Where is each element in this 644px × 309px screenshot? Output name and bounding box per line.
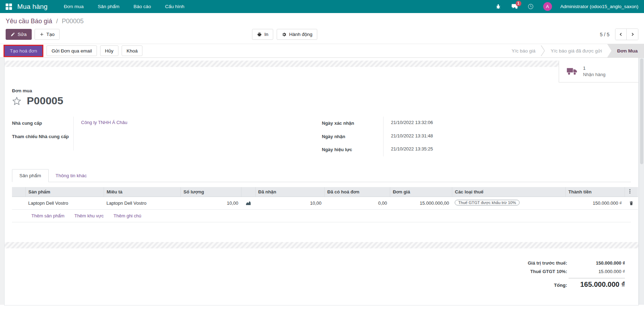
- cell-billed[interactable]: 0,00: [324, 197, 390, 209]
- document-type-label: Đơn mua: [12, 88, 631, 93]
- activities-clock-icon[interactable]: [527, 3, 535, 11]
- receipts-smart-button[interactable]: 1 Nhận hàng: [559, 61, 638, 82]
- breadcrumb-parent[interactable]: Yêu cầu Báo giá: [6, 18, 52, 25]
- total-value: 165.000.000 ₫: [567, 280, 625, 289]
- app-brand[interactable]: Mua hàng: [17, 3, 48, 11]
- pager-previous-button[interactable]: [615, 29, 627, 40]
- truck-icon: [567, 68, 577, 75]
- totals-divider: [569, 278, 625, 278]
- col-unit-price[interactable]: Đơn giá: [390, 187, 452, 197]
- print-button[interactable]: In: [252, 29, 273, 40]
- sheet-top-stripe: [5, 61, 559, 67]
- col-billed[interactable]: Đã có hoá đơn: [324, 187, 390, 197]
- col-forecast: [241, 187, 255, 197]
- receipts-count: 1: [583, 65, 606, 72]
- notebook-tabs: Sản phẩm Thông tin khác: [12, 168, 631, 182]
- confirmation-date-value: 21/10/2022 13:32:06: [383, 117, 443, 130]
- favorite-star-icon[interactable]: [12, 96, 22, 106]
- create-button[interactable]: Tạo: [35, 29, 60, 40]
- action-button-label: Hành động: [289, 32, 312, 37]
- scrollbar-thumb[interactable]: [640, 58, 643, 164]
- menu-reports[interactable]: Báo cáo: [134, 4, 151, 9]
- user-name[interactable]: Administrator (odoo15_anglo_saxon): [560, 4, 638, 9]
- create-button-label: Tạo: [47, 32, 55, 37]
- receipt-date-value: 21/10/2022 13:31:48: [383, 130, 443, 143]
- col-subtotal[interactable]: Thành tiền: [565, 187, 625, 197]
- scrollbar-track[interactable]: [639, 58, 644, 305]
- order-lines-table: Sản phẩm Miêu tả Số lượng Đã nhận Đã có …: [12, 187, 638, 210]
- breadcrumb-separator: /: [56, 18, 58, 25]
- pager-next-button[interactable]: [627, 29, 638, 40]
- cell-subtotal: 150.000.000 ₫: [565, 197, 625, 209]
- messages-icon[interactable]: 1: [511, 3, 519, 11]
- menu-orders[interactable]: Đơn mua: [64, 4, 84, 9]
- delete-row-trash-icon[interactable]: [627, 200, 635, 206]
- gear-icon: [282, 32, 287, 37]
- col-product[interactable]: Sản phẩm: [25, 187, 104, 197]
- printer-icon: [257, 32, 262, 37]
- tax-amount-value: 15.000.000 ₫: [567, 269, 625, 274]
- breadcrumb: Yêu cầu Báo giá / P00005: [0, 13, 644, 26]
- tab-products[interactable]: Sản phẩm: [12, 169, 49, 182]
- statusbar: Tạo hoá đơn Gửi Đơn qua email Hủy Khoá Y…: [0, 44, 644, 58]
- totals-block: Giá trị trước thuế: 150.000.000 ₫ Thuế G…: [12, 260, 631, 292]
- cell-product[interactable]: Laptopn Dell Vostro: [25, 197, 104, 209]
- cell-unit-price[interactable]: 15.000.000,00: [390, 197, 452, 209]
- forecast-chart-icon[interactable]: [244, 200, 252, 205]
- step-separator-icon: [541, 44, 545, 57]
- user-avatar[interactable]: A: [543, 2, 552, 11]
- receipts-label: Nhận hàng: [583, 72, 606, 78]
- effective-date-value: 21/10/2022 13:35:25: [383, 143, 443, 156]
- status-steps: Y/c báo giá Y/c báo giá đã được gửi Đơn …: [507, 44, 644, 57]
- add-product-link[interactable]: Thêm sản phẩm: [31, 213, 65, 218]
- row-handle[interactable]: [12, 197, 25, 209]
- tax-amount-label: Thuế GTGT 10%:: [530, 269, 567, 274]
- action-button[interactable]: Hành động: [277, 29, 317, 40]
- col-handle: [12, 187, 25, 197]
- untaxed-amount-label: Giá trị trước thuế:: [528, 260, 567, 266]
- optional-columns-icon[interactable]: [625, 187, 638, 197]
- add-note-link[interactable]: Thêm ghi chú: [114, 213, 141, 218]
- col-quantity[interactable]: Số lượng: [180, 187, 241, 197]
- table-header-row: Sản phẩm Miêu tả Số lượng Đã nhận Đã có …: [12, 187, 638, 197]
- send-by-email-button[interactable]: Gửi Đơn qua email: [47, 45, 97, 56]
- step-rfq[interactable]: Y/c báo giá: [507, 44, 541, 57]
- edit-button[interactable]: Sửa: [6, 29, 32, 40]
- pager-count: 5 / 5: [600, 32, 609, 37]
- apps-grid-icon[interactable]: [6, 4, 12, 10]
- col-description[interactable]: Miêu tả: [104, 187, 180, 197]
- breadcrumb-current: P00005: [62, 18, 84, 25]
- col-taxes[interactable]: Các loại thuế: [452, 187, 565, 197]
- cell-quantity[interactable]: 10,00: [180, 197, 241, 209]
- tab-other-info[interactable]: Thông tin khác: [49, 169, 94, 182]
- plus-icon: [39, 32, 44, 37]
- confirmation-date-label: Ngày xác nhận: [322, 117, 383, 130]
- bug-icon[interactable]: [495, 3, 502, 11]
- untaxed-amount-value: 150.000.000 ₫: [567, 260, 625, 266]
- add-line-links: Thêm sản phẩm Thêm khu vực Thêm ghi chú: [12, 210, 631, 222]
- top-navbar: Mua hàng Đơn mua Sản phẩm Báo cáo Cấu hì…: [0, 0, 644, 13]
- menu-products[interactable]: Sản phẩm: [98, 4, 119, 9]
- add-section-link[interactable]: Thêm khu vực: [74, 213, 104, 218]
- lock-button[interactable]: Khoá: [122, 45, 143, 56]
- vendor-label: Nhà cung cấp: [12, 117, 73, 130]
- order-line-row[interactable]: Laptopn Dell Vostro Laptopn Dell Vostro …: [12, 197, 638, 209]
- create-bill-button[interactable]: Tạo hoá đơn: [5, 46, 42, 56]
- col-received[interactable]: Đã nhận: [255, 187, 324, 197]
- effective-date-label: Ngày hiệu lực: [322, 143, 383, 156]
- annotation-highlight-box: Tạo hoá đơn: [4, 45, 43, 57]
- cell-description[interactable]: Laptopn Dell Vostro: [104, 197, 180, 209]
- tax-tag[interactable]: Thuế GTGT được khấu trừ 10%: [455, 200, 520, 205]
- cancel-button[interactable]: Hủy: [100, 45, 118, 56]
- step-rfq-sent[interactable]: Y/c báo giá đã được gửi: [545, 44, 607, 57]
- main-menu: Đơn mua Sản phẩm Báo cáo Cấu hình: [64, 4, 184, 9]
- menu-settings[interactable]: Cấu hình: [165, 4, 184, 9]
- cell-received[interactable]: 10,00: [255, 197, 324, 209]
- vendor-reference-value[interactable]: [73, 130, 322, 150]
- vendor-reference-label: Tham chiếu Nhà cung cấp: [12, 130, 73, 150]
- vendor-value-link[interactable]: Công ty TNHH Á Châu: [81, 120, 127, 125]
- form-view: 1 Nhận hàng Đơn mua P00005 Nhà cung cấp …: [0, 58, 644, 305]
- step-purchase-order[interactable]: Đơn Mua: [607, 44, 644, 57]
- receipt-date-label: Ngày nhận: [322, 130, 383, 143]
- record-title: P00005: [27, 95, 63, 107]
